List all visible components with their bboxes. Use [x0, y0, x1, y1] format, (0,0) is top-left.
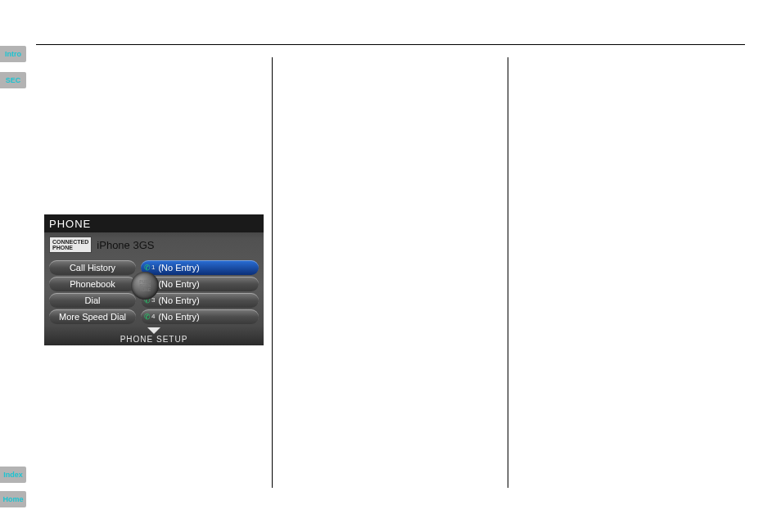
phone-screen-title: PHONE — [44, 214, 264, 232]
phone-screen-speed-dial-list: ✆1 (No Entry) ✆2 (No Entry) ✆3 (No Entry… — [141, 260, 259, 329]
speed-dial-label: (No Entry) — [158, 293, 199, 308]
page-top-rule — [36, 44, 745, 45]
menu-dial: Dial — [49, 293, 136, 308]
chevron-down-icon — [147, 327, 160, 334]
phone-screen-connected-row: CONNECTED PHONE iPhone 3GS — [49, 236, 259, 254]
column-1: PHONE CONNECTED PHONE iPhone 3GS PUSH SC… — [36, 57, 272, 488]
speed-dial-entry-4: ✆4 (No Entry) — [141, 309, 259, 324]
phone-icon: ✆4 — [144, 309, 155, 324]
phone-screen-left-menu: Call History Phonebook Dial More Speed D… — [49, 260, 136, 329]
phone-setup-label: PHONE SETUP — [44, 335, 264, 344]
speed-dial-index: 4 — [151, 309, 155, 324]
speed-dial-label: (No Entry) — [158, 277, 199, 291]
side-tab-sec[interactable]: SEC — [0, 72, 26, 88]
phone-screen-graphic: PHONE CONNECTED PHONE iPhone 3GS PUSH SC… — [44, 214, 264, 345]
column-3 — [508, 57, 745, 488]
connected-phone-name: iPhone 3GS — [97, 239, 154, 251]
menu-phonebook: Phonebook — [49, 277, 136, 291]
speed-dial-entry-1: ✆1 (No Entry) — [141, 260, 259, 275]
speed-dial-entry-3: ✆3 (No Entry) — [141, 293, 259, 308]
side-tab-home[interactable]: Home — [0, 491, 26, 507]
column-2 — [272, 57, 508, 488]
tune-dial: PUSH SCAN TUNE — [131, 272, 159, 300]
side-tab-index[interactable]: Index — [0, 467, 26, 483]
page: PHONE CONNECTED PHONE iPhone 3GS PUSH SC… — [36, 0, 745, 532]
menu-call-history: Call History — [49, 260, 136, 275]
speed-dial-label: (No Entry) — [158, 309, 199, 324]
side-tab-intro[interactable]: Intro — [0, 46, 26, 62]
menu-more-speed-dial: More Speed Dial — [49, 309, 136, 324]
columns: PHONE CONNECTED PHONE iPhone 3GS PUSH SC… — [36, 57, 745, 488]
speed-dial-label: (No Entry) — [158, 260, 199, 275]
connected-phone-chip: CONNECTED PHONE — [49, 237, 92, 253]
